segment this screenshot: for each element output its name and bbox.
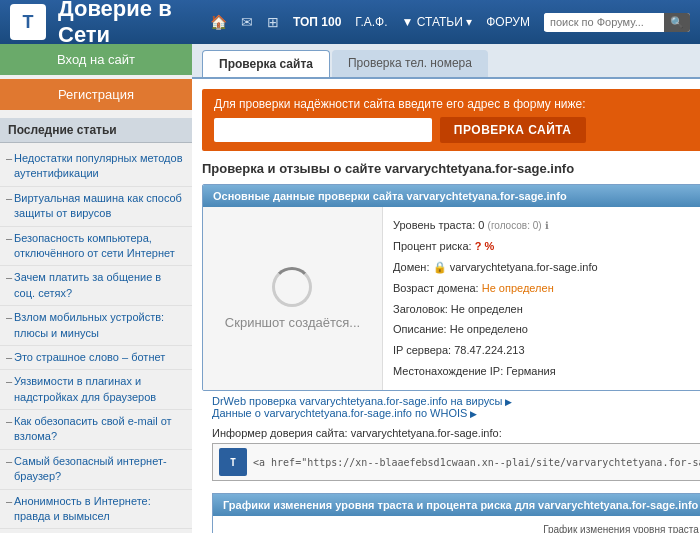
trust-info-icon[interactable]: ℹ — [545, 220, 549, 231]
sidebar-articles-title: Последние статьи — [0, 118, 192, 143]
header-search-input[interactable] — [544, 13, 664, 31]
site-title-value: Не определен — [451, 303, 523, 315]
ip-row: IP сервера: 78.47.224.213 — [393, 340, 700, 361]
review-section: Проверка и отзывы о сайте varvarychtetya… — [192, 161, 700, 533]
domain-value: 🔒 varvarychtetyana.for-sage.info — [433, 261, 598, 273]
header: Т Доверие в Сети 🏠 ✉ ⊞ ТОП 100 Г.А.Ф. ▼ … — [0, 0, 700, 44]
screenshot-area: Скриншот создаётся... — [203, 207, 383, 390]
tab-check-phone[interactable]: Проверка тел. номера — [332, 50, 488, 77]
informer-section: Информер доверия сайта: varvarychtetyana… — [202, 423, 700, 489]
tabs-bar: Проверка сайта Проверка тел. номера — [192, 44, 700, 79]
sidebar-article-item[interactable]: Виртуальная машина как способ защиты от … — [0, 187, 192, 227]
review-title-prefix: Проверка и отзывы о сайте — [202, 161, 385, 176]
sidebar-article-item[interactable]: Самый безопасный интернет-браузер? — [0, 450, 192, 490]
sidebar-article-item[interactable]: Это страшное слово – ботнет — [0, 346, 192, 370]
location-label: Местонахождение IP: — [393, 365, 503, 377]
domain-age-row: Возраст домена: Не определен — [393, 278, 700, 299]
register-button[interactable]: Регистрация — [0, 79, 192, 110]
main-content: Проверка сайта Проверка тел. номера Для … — [192, 44, 700, 533]
review-site-name: varvarychtetyana.for-sage.info — [385, 161, 574, 176]
nav-forum[interactable]: ФОРУМ — [486, 15, 530, 29]
trust-level-label: Уровень траста: — [393, 219, 475, 231]
check-site-button[interactable]: ПРОВЕРКА САЙТА — [440, 117, 586, 143]
informer-box: T <a href="https://xn--blaaefebsd1cwaan.… — [212, 443, 700, 481]
mail-icon[interactable]: ✉ — [241, 14, 253, 30]
sidebar: Вход на сайт Регистрация Последние стать… — [0, 44, 192, 533]
desc-label: Описание: — [393, 323, 447, 335]
login-button[interactable]: Вход на сайт — [0, 44, 192, 75]
site-title-label: Заголовок: — [393, 303, 448, 315]
desc-value: Не определено — [450, 323, 528, 335]
location-row: Местонахождение IP: Германия — [393, 361, 700, 382]
informer-logo: T — [219, 448, 247, 476]
layout: Вход на сайт Регистрация Последние стать… — [0, 44, 700, 533]
sidebar-article-item[interactable]: Уязвимости в плагинах и надстройках для … — [0, 370, 192, 410]
screenshot-loading-text: Скриншот создаётся... — [225, 315, 360, 330]
domain-label: Домен: — [393, 261, 430, 273]
sidebar-article-item[interactable]: Анонимность в Интернете: правда и вымысе… — [0, 490, 192, 530]
check-input-wrap: ПРОВЕРКА САЙТА — [214, 117, 586, 143]
informer-title: Информер доверия сайта: varvarychtetyana… — [212, 427, 700, 439]
risk-value: ? % — [475, 240, 495, 252]
whois-link[interactable]: Данные о varvarychtetyana.for-sage.info … — [212, 407, 477, 419]
sidebar-article-item[interactable]: Недостатки популярных методов аутентифик… — [0, 147, 192, 187]
check-banner-text: Для проверки надёжности сайта введите ег… — [214, 97, 586, 111]
data-box: Основные данные проверки сайта varvarych… — [202, 184, 700, 391]
trust-value: 0 (голосов: 0) — [478, 219, 541, 231]
graph-body: График изменения уровня траста для varva… — [213, 516, 700, 533]
informer-code[interactable]: <a href="https://xn--blaaefebsd1cwaan.xn… — [253, 457, 700, 468]
sidebar-articles-list: Недостатки популярных методов аутентифик… — [0, 143, 192, 533]
nav-faq[interactable]: Г.А.Ф. — [355, 15, 387, 29]
review-title: Проверка и отзывы о сайте varvarychtetya… — [202, 161, 700, 176]
ip-label: IP сервера: — [393, 344, 451, 356]
sidebar-article-item[interactable]: Взлом мобильных устройств: плюсы и минус… — [0, 306, 192, 346]
check-banner: Для проверки надёжности сайта введите ег… — [202, 89, 700, 151]
check-url-input[interactable] — [214, 118, 432, 142]
tab-check-site[interactable]: Проверка сайта — [202, 50, 330, 77]
nav-top100[interactable]: ТОП 100 — [293, 15, 341, 29]
domain-age-value: Не определен — [482, 282, 554, 294]
home-icon[interactable]: 🏠 — [210, 14, 227, 30]
graph-title: График изменения уровня траста для varva… — [221, 524, 700, 533]
header-search-button[interactable]: 🔍 — [664, 13, 690, 32]
graph-header: Графики изменения уровня траста и процен… — [213, 494, 700, 516]
data-box-body: Скриншот создаётся... Уровень траста: 0 … — [203, 207, 700, 390]
logo-text: Доверие в Сети — [58, 0, 198, 48]
nav-articles[interactable]: ▼ СТАТЬИ — [402, 15, 473, 29]
header-nav: 🏠 ✉ ⊞ ТОП 100 Г.А.Ф. ▼ СТАТЬИ ФОРУМ 🔍 — [210, 13, 690, 32]
site-title-row: Заголовок: Не определен — [393, 299, 700, 320]
data-info: Уровень траста: 0 (голосов: 0) ℹ Процент… — [383, 207, 700, 390]
loading-spinner — [272, 267, 312, 307]
trust-level-row: Уровень траста: 0 (голосов: 0) ℹ — [393, 215, 700, 236]
ip-value: 78.47.224.213 — [454, 344, 524, 356]
graph-section: Графики изменения уровня траста и процен… — [212, 493, 700, 533]
virus-check-link[interactable]: DrWeb проверка varvarychtetyana.for-sage… — [212, 395, 512, 407]
grid-icon[interactable]: ⊞ — [267, 14, 279, 30]
logo-icon: Т — [10, 4, 46, 40]
domain-row: Домен: 🔒 varvarychtetyana.for-sage.info — [393, 257, 700, 278]
header-search-box: 🔍 — [544, 13, 690, 32]
data-box-header: Основные данные проверки сайта varvarych… — [203, 185, 700, 207]
sidebar-article-item[interactable]: Зачем платить за общение в соц. сетях? — [0, 266, 192, 306]
links-section: DrWeb проверка varvarychtetyana.for-sage… — [202, 391, 700, 423]
location-value: Германия — [506, 365, 555, 377]
risk-percent-row: Процент риска: ? % — [393, 236, 700, 257]
sidebar-article-item[interactable]: Безопасность компьютера, отключённого от… — [0, 227, 192, 267]
domain-icon: 🔒 — [433, 261, 447, 273]
domain-age-label: Возраст домена: — [393, 282, 479, 294]
description-row: Описание: Не определено — [393, 319, 700, 340]
sidebar-article-item[interactable]: Как обезопасить свой e-mail от взлома? — [0, 410, 192, 450]
risk-label: Процент риска: — [393, 240, 472, 252]
